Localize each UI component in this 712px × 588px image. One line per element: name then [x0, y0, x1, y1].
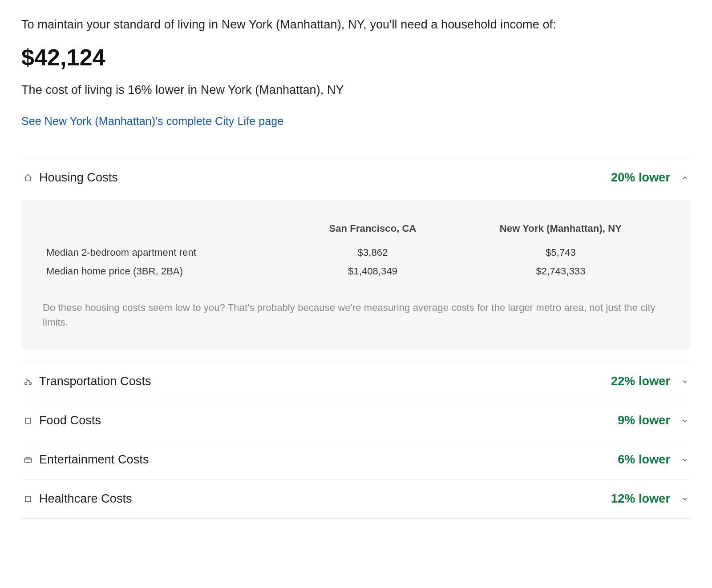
bike-icon	[23, 377, 33, 387]
entertainment-icon	[23, 455, 33, 465]
category-title: Food Costs	[39, 414, 101, 427]
accordion-header-healthcare[interactable]: Healthcare Costs 12% lower	[21, 479, 691, 518]
row-value-a: $3,862	[293, 243, 452, 262]
delta-percent: 9% lower	[618, 414, 670, 427]
svg-rect-4	[25, 496, 31, 502]
table-row: Median 2-bedroom apartment rent $3,862 $…	[43, 243, 669, 262]
chevron-down-icon	[681, 417, 689, 425]
housing-note: Do these housing costs seem low to you? …	[43, 300, 669, 330]
city-life-link[interactable]: See New York (Manhattan)'s complete City…	[21, 115, 283, 128]
row-value-a: $1,408,349	[293, 262, 452, 281]
category-title: Entertainment Costs	[39, 453, 149, 467]
accordion-header-housing[interactable]: Housing Costs 20% lower	[21, 158, 691, 197]
column-header-a: San Francisco, CA	[293, 218, 452, 243]
category-title: Housing Costs	[39, 171, 118, 185]
cost-summary-text: The cost of living is 16% lower in New Y…	[21, 83, 691, 97]
chevron-down-icon	[681, 456, 689, 464]
chevron-up-icon	[681, 174, 689, 182]
delta-percent: 6% lower	[618, 453, 670, 467]
accordion-header-food[interactable]: Food Costs 9% lower	[21, 401, 691, 440]
delta-percent: 22% lower	[611, 375, 670, 388]
column-header-b: New York (Manhattan), NY	[452, 218, 669, 243]
row-label: Median 2-bedroom apartment rent	[43, 243, 293, 262]
row-value-b: $2,743,333	[452, 262, 669, 281]
svg-rect-3	[25, 458, 32, 462]
chevron-down-icon	[681, 495, 689, 503]
table-header-row: San Francisco, CA New York (Manhattan), …	[43, 218, 669, 243]
table-row: Median home price (3BR, 2BA) $1,408,349 …	[43, 262, 669, 281]
housing-panel: San Francisco, CA New York (Manhattan), …	[21, 201, 691, 349]
row-label: Median home price (3BR, 2BA)	[43, 262, 293, 281]
delta-percent: 12% lower	[611, 492, 670, 506]
house-icon	[23, 173, 33, 183]
row-value-b: $5,743	[452, 243, 669, 262]
accordion-header-entertainment[interactable]: Entertainment Costs 6% lower	[21, 440, 691, 479]
required-income-amount: $42,124	[21, 44, 691, 71]
svg-rect-2	[25, 418, 31, 423]
food-icon	[23, 416, 33, 426]
intro-text: To maintain your standard of living in N…	[21, 18, 691, 32]
healthcare-icon	[23, 494, 33, 504]
category-title: Transportation Costs	[39, 375, 151, 388]
divider	[21, 518, 691, 519]
category-title: Healthcare Costs	[39, 492, 132, 506]
chevron-down-icon	[681, 378, 689, 386]
housing-table: San Francisco, CA New York (Manhattan), …	[43, 218, 669, 281]
delta-percent: 20% lower	[611, 171, 670, 185]
accordion-header-transportation[interactable]: Transportation Costs 22% lower	[21, 362, 691, 401]
